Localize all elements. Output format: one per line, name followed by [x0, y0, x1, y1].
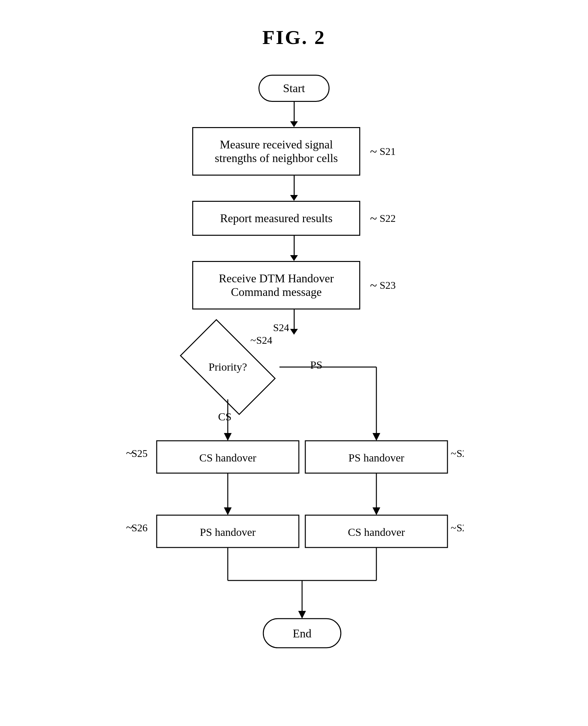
svg-text:S26: S26 — [131, 522, 148, 533]
svg-text:CS handover: CS handover — [348, 526, 405, 538]
branch-container: S24 Priority? ~ S24 PS CS — [124, 335, 464, 707]
start-shape: Start — [258, 75, 330, 102]
svg-text:~: ~ — [126, 446, 133, 460]
arrow-2 — [290, 176, 298, 201]
s23-tilde: ~ — [370, 278, 377, 293]
s23-row: Receive DTM Handover Command message ~ S… — [192, 261, 396, 309]
svg-marker-33 — [298, 611, 306, 619]
svg-text:CS: CS — [218, 411, 232, 423]
s22-label: S22 — [380, 213, 396, 224]
svg-text:S27: S27 — [457, 448, 464, 459]
s21-label-area: ~ S21 — [370, 144, 396, 159]
s24-label: S24 — [273, 322, 289, 334]
svg-marker-20 — [373, 507, 380, 515]
svg-text:~: ~ — [451, 448, 456, 459]
svg-text:~: ~ — [451, 522, 456, 533]
page: FIG. 2 Start Measure received signal str… — [0, 0, 588, 726]
svg-text:~: ~ — [250, 335, 256, 346]
svg-text:S25: S25 — [131, 448, 148, 459]
s22-tilde: ~ — [370, 211, 377, 226]
svg-text:PS handover: PS handover — [200, 526, 256, 538]
svg-text:CS handover: CS handover — [200, 452, 256, 464]
s22-box: Report measured results — [192, 201, 360, 236]
s22-row: Report measured results ~ S22 — [192, 201, 396, 236]
svg-text:PS handover: PS handover — [349, 452, 405, 464]
svg-text:S28: S28 — [457, 522, 464, 533]
figure-title: FIG. 2 — [262, 26, 326, 49]
s22-label-area: ~ S22 — [370, 211, 396, 226]
s21-label: S21 — [380, 145, 396, 158]
start-node: Start — [258, 75, 330, 102]
flowchart: Start Measure received signal strengths … — [100, 75, 488, 707]
s23-label-area: ~ S23 — [370, 278, 396, 293]
svg-text:S24: S24 — [256, 335, 272, 346]
s23-box: Receive DTM Handover Command message — [192, 261, 360, 309]
svg-marker-5 — [224, 433, 232, 441]
arrow-1 — [290, 102, 298, 127]
branch-svg: ~ S24 PS CS — [124, 335, 464, 707]
arrow-3 — [290, 236, 298, 261]
s21-row: Measure received signal strengths of nei… — [192, 127, 396, 176]
svg-text:End: End — [293, 627, 312, 640]
s23-label: S23 — [380, 279, 396, 291]
svg-marker-18 — [224, 507, 232, 515]
arrow-4 — [290, 309, 298, 335]
svg-marker-8 — [373, 433, 380, 441]
svg-text:PS: PS — [310, 359, 322, 371]
s21-box: Measure received signal strengths of nei… — [192, 127, 360, 176]
s21-tilde: ~ — [370, 144, 377, 159]
s24-diamond-label: Priority? — [209, 361, 247, 373]
